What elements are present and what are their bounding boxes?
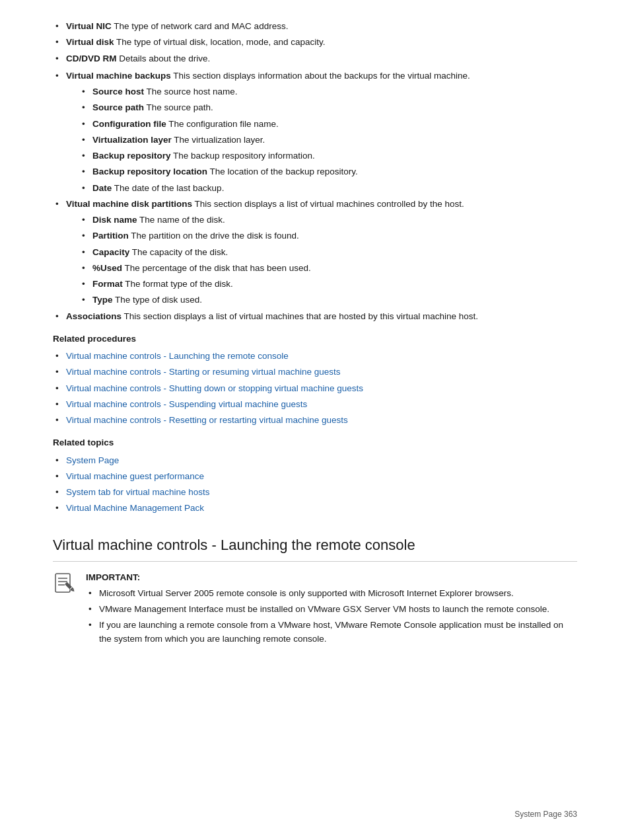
item-bold: Date [92, 183, 112, 193]
item-bold: Source host [92, 87, 144, 96]
list-item: Backup repository location The location … [79, 165, 577, 178]
item-text: The backup respository information. [171, 151, 315, 161]
list-item: Associations This section displays a lis… [53, 310, 577, 323]
item-text: The virtualization layer. [172, 135, 265, 145]
item-bold: Capacity [92, 247, 129, 257]
top-bullet-list: Virtual NIC The type of network card and… [53, 20, 577, 65]
list-item: Disk name The name of the disk. [79, 213, 577, 227]
item-text: The date of the last backup. [112, 183, 224, 193]
important-bullet-2: If you are launching a remote console fr… [99, 620, 563, 643]
list-item: Vitual machine disk partitions This sect… [53, 198, 577, 307]
item-text: The source host name. [144, 87, 238, 96]
related-procedures-heading: Related procedures [53, 332, 577, 346]
related-proc-link-4[interactable]: Virtual machine controls - Resetting or … [66, 415, 348, 425]
related-topic-link-0[interactable]: System Page [66, 455, 119, 465]
item-text: The type of network card and MAC address… [112, 21, 289, 31]
related-proc-link-2[interactable]: Virtual machine controls - Shutting down… [66, 383, 363, 393]
list-item: System tab for virtual machine hosts [53, 486, 577, 499]
item-bold: Type [92, 295, 113, 305]
item-bold: Format [92, 279, 123, 289]
item-text: The percentage of the disk that has been… [122, 263, 311, 273]
item-text: The source path. [144, 102, 213, 112]
list-item: System Page [53, 454, 577, 467]
item-text: The partition on the drive the disk is f… [129, 231, 299, 241]
list-item: %Used The percentage of the disk that ha… [79, 262, 577, 275]
related-proc-link-1[interactable]: Virtual machine controls - Starting or r… [66, 367, 340, 377]
list-item: Partition The partition on the drive the… [79, 229, 577, 243]
important-bullet-0: Microsoft Virtual Server 2005 remote con… [99, 588, 514, 598]
item-bold: Backup repository location [92, 167, 207, 176]
related-topics-heading: Related topics [53, 436, 577, 449]
important-bullet-1: VMware Management Interface must be inst… [99, 604, 549, 614]
important-label: IMPORTANT: [86, 571, 577, 584]
list-item: VMware Management Interface must be inst… [86, 603, 577, 616]
list-item: Virtual Machine Management Pack [53, 502, 577, 515]
related-topic-link-2[interactable]: System tab for virtual machine hosts [66, 487, 210, 497]
list-item: Virtual machine controls - Shutting down… [53, 382, 577, 395]
item-text: The type of disk used. [113, 295, 203, 305]
related-procedures-list: Virtual machine controls - Launching the… [53, 350, 577, 427]
list-item: If you are launching a remote console fr… [86, 619, 577, 646]
item-text: The format type of the disk. [123, 279, 233, 289]
list-item: Configuration file The configuration fil… [79, 118, 577, 131]
list-item: Capacity The capacity of the disk. [79, 246, 577, 259]
item-bold: %Used [92, 263, 122, 273]
item-text: The location of the backup repository. [207, 167, 358, 176]
list-item: Type The type of disk used. [79, 293, 577, 307]
related-proc-link-3[interactable]: Virtual machine controls - Suspending vi… [66, 399, 307, 409]
important-content: IMPORTANT: Microsoft Virtual Server 2005… [86, 571, 577, 648]
item-text: The type of virtual disk, location, mode… [114, 37, 326, 47]
related-topic-link-3[interactable]: Virtual Machine Management Pack [66, 503, 204, 513]
svg-rect-4 [65, 582, 73, 590]
list-item: Date The date of the last backup. [79, 182, 577, 195]
list-item: Virtual machine backups This section dis… [53, 69, 577, 195]
item-bold: Configuration file [92, 119, 166, 129]
list-item: Virtual machine guest performance [53, 470, 577, 483]
top-section: Virtual NIC The type of network card and… [53, 20, 577, 323]
item-bold: Vitual machine disk partitions [66, 199, 192, 209]
item-bold: Backup repository [92, 151, 171, 161]
list-item: Virtual machine controls - Suspending vi… [53, 398, 577, 411]
list-item: Virtual disk The type of virtual disk, l… [53, 36, 577, 49]
list-item: Virtual machine controls - Launching the… [53, 350, 577, 363]
vm-backups-list: Virtual machine backups This section dis… [53, 69, 577, 323]
item-bold: Partition [92, 231, 129, 241]
item-bold: Source path [92, 102, 144, 112]
item-text: Details about the drive. [117, 54, 211, 63]
item-bold: Disk name [92, 215, 137, 225]
item-text: This section displays information about … [171, 71, 470, 81]
list-item: Virtualization layer The virtualization … [79, 134, 577, 147]
list-item: Virtual machine controls - Starting or r… [53, 365, 577, 379]
important-box: IMPORTANT: Microsoft Virtual Server 2005… [53, 571, 577, 648]
list-item: Virtual machine controls - Resetting or … [53, 414, 577, 427]
page-footer: System Page 363 [514, 808, 577, 820]
list-item: Virtual NIC The type of network card and… [53, 20, 577, 33]
list-item: Format The format type of the disk. [79, 278, 577, 291]
item-bold: CD/DVD RM [66, 54, 117, 63]
item-text: This section displays a list of virtual … [122, 311, 478, 321]
important-bullets-list: Microsoft Virtual Server 2005 remote con… [86, 587, 577, 646]
item-bold: Virtual disk [66, 37, 114, 47]
list-item: CD/DVD RM Details about the drive. [53, 52, 577, 65]
related-proc-link-0[interactable]: Virtual machine controls - Launching the… [66, 351, 289, 361]
vm-disk-sub-list: Disk name The name of the disk. Partitio… [79, 213, 577, 307]
item-bold: Virtual NIC [66, 21, 112, 31]
item-bold: Associations [66, 311, 122, 321]
item-text: This section displays a list of virtual … [192, 199, 464, 209]
vm-backups-sub-list: Source host The source host name. Source… [79, 85, 577, 195]
chapter-heading: Virtual machine controls - Launching the… [53, 534, 577, 562]
list-item: Source path The source path. [79, 101, 577, 114]
item-bold: Virtualization layer [92, 135, 172, 145]
item-text: The capacity of the disk. [129, 247, 228, 257]
list-item: Source host The source host name. [79, 85, 577, 98]
item-text: The configuration file name. [166, 119, 279, 129]
item-bold: Virtual machine backups [66, 71, 171, 81]
important-icon [53, 572, 78, 597]
item-text: The name of the disk. [137, 215, 225, 225]
list-item: Microsoft Virtual Server 2005 remote con… [86, 587, 577, 600]
related-topic-link-1[interactable]: Virtual machine guest performance [66, 471, 204, 481]
related-topics-list: System Page Virtual machine guest perfor… [53, 454, 577, 515]
list-item: Backup repository The backup respository… [79, 149, 577, 163]
